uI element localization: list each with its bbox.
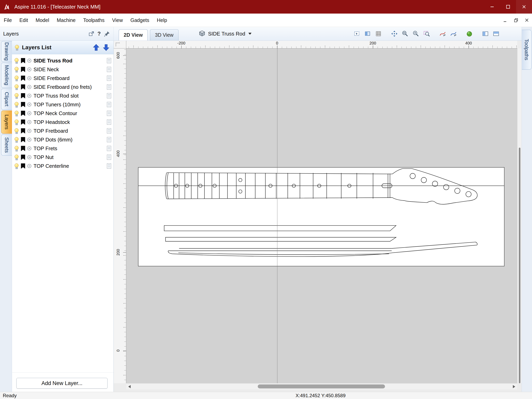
visibility-bulb-icon[interactable] (14, 119, 19, 125)
layer-color-swatch[interactable] (21, 155, 25, 160)
menu-help[interactable]: Help (153, 13, 171, 27)
layer-color-swatch[interactable] (21, 67, 25, 72)
snap-guides-icon[interactable] (449, 29, 458, 38)
scroll-right-icon[interactable] (513, 385, 515, 388)
horizontal-scrollbar[interactable] (126, 383, 517, 389)
vertical-scrollbar[interactable] (517, 49, 522, 383)
layer-row[interactable]: TOP Truss Rod slot (12, 91, 114, 100)
move-layer-down-icon[interactable] (103, 44, 109, 51)
layer-name[interactable]: TOP Tuners (10mm) (33, 101, 105, 108)
layer-menu-icon[interactable] (107, 93, 111, 98)
maximize-button[interactable] (500, 0, 516, 13)
menu-model[interactable]: Model (32, 13, 53, 27)
layer-color-swatch[interactable] (21, 93, 25, 99)
tab-3d-view[interactable]: 3D View (150, 29, 178, 40)
layer-color-swatch[interactable] (21, 76, 25, 81)
add-new-layer-button[interactable]: Add New Layer... (16, 378, 108, 389)
layer-color-swatch[interactable] (21, 111, 25, 116)
tab-sheets[interactable]: Sheets (1, 134, 12, 156)
layer-color-swatch[interactable] (21, 128, 25, 134)
layer-name[interactable]: TOP Fretboard (33, 128, 105, 134)
zoom-in-icon[interactable] (411, 29, 421, 38)
layer-color-swatch[interactable] (21, 84, 25, 90)
layer-menu-icon[interactable] (107, 111, 111, 116)
layer-menu-icon[interactable] (107, 76, 111, 81)
layer-menu-icon[interactable] (107, 84, 111, 89)
layer-active-icon[interactable] (27, 94, 31, 98)
zoom-selected-icon[interactable] (422, 29, 431, 38)
layer-name[interactable]: TOP Nut (33, 154, 105, 160)
layer-menu-icon[interactable] (107, 146, 111, 151)
visibility-bulb-icon[interactable] (14, 58, 19, 64)
visibility-bulb-icon[interactable] (14, 146, 19, 152)
visibility-bulb-icon[interactable] (14, 75, 19, 81)
layer-name[interactable]: TOP Headstock (33, 119, 105, 125)
menu-toolpaths[interactable]: Toolpaths (79, 13, 108, 27)
snap-geometry-icon[interactable] (438, 29, 447, 38)
fit-material-icon[interactable] (363, 29, 372, 38)
zoom-window-icon[interactable] (400, 29, 410, 38)
move-layer-up-icon[interactable] (93, 44, 100, 51)
layer-menu-icon[interactable] (107, 67, 111, 72)
close-button[interactable] (516, 0, 532, 13)
layer-menu-icon[interactable] (107, 163, 111, 169)
layer-active-icon[interactable] (27, 138, 31, 142)
layer-color-swatch[interactable] (21, 102, 25, 107)
mdi-close-icon[interactable] (524, 18, 529, 23)
layer-color-swatch[interactable] (21, 58, 25, 63)
minimize-button[interactable] (484, 0, 500, 13)
visibility-bulb-icon[interactable] (14, 128, 19, 134)
layer-row[interactable]: TOP Nut (12, 153, 114, 162)
layer-row[interactable]: TOP Dots (6mm) (12, 135, 114, 144)
tab-2d-view[interactable]: 2D View (119, 29, 148, 40)
mdi-minimize-icon[interactable] (503, 18, 508, 23)
layer-active-icon[interactable] (27, 85, 31, 89)
popout-panel-icon[interactable] (88, 31, 95, 37)
visibility-bulb-icon[interactable] (14, 163, 19, 169)
layer-row[interactable]: TOP Headstock (12, 118, 114, 127)
layer-name[interactable]: TOP Frets (33, 146, 105, 152)
layer-row[interactable]: TOP Centerline (12, 162, 114, 170)
scroll-left-icon[interactable] (128, 385, 131, 388)
menu-edit[interactable]: Edit (16, 13, 32, 27)
tab-toolpaths[interactable]: Toolpaths (522, 30, 532, 70)
layer-menu-icon[interactable] (107, 58, 111, 63)
grid-icon[interactable] (374, 29, 383, 38)
layer-active-icon[interactable] (27, 102, 31, 107)
layer-menu-icon[interactable] (107, 120, 111, 125)
active-layer-dropdown[interactable]: SIDE Truss Rod (196, 29, 254, 38)
layer-row[interactable]: TOP Neck Contour (12, 109, 114, 118)
menu-view[interactable]: View (108, 13, 127, 27)
layer-active-icon[interactable] (27, 129, 31, 133)
layer-active-icon[interactable] (27, 111, 31, 115)
layer-active-icon[interactable] (27, 59, 31, 63)
material-settings-icon[interactable] (465, 29, 474, 38)
visibility-bulb-icon[interactable] (14, 154, 19, 160)
layer-color-swatch[interactable] (21, 146, 25, 151)
layer-color-swatch[interactable] (21, 163, 25, 169)
menu-machine[interactable]: Machine (53, 13, 79, 27)
visibility-bulb-icon[interactable] (14, 110, 19, 116)
layer-name[interactable]: TOP Dots (6mm) (33, 137, 105, 143)
layer-menu-icon[interactable] (107, 102, 111, 107)
vertical-scroll-thumb[interactable] (519, 148, 520, 383)
layer-row[interactable]: TOP Tuners (10mm) (12, 100, 114, 109)
layer-menu-icon[interactable] (107, 137, 111, 142)
menu-file[interactable]: File (0, 13, 16, 27)
layer-name[interactable]: TOP Neck Contour (33, 110, 105, 116)
layer-name[interactable]: SIDE Truss Rod (33, 58, 105, 64)
layer-row[interactable]: TOP Fretboard (12, 127, 114, 135)
tab-drawing[interactable]: Drawing (1, 41, 12, 62)
layer-row[interactable]: SIDE Fretboard (12, 74, 114, 82)
layer-active-icon[interactable] (27, 155, 31, 159)
tab-layers[interactable]: Layers (1, 111, 12, 134)
layer-row[interactable]: SIDE Fretboard (no frets) (12, 82, 114, 91)
help-icon[interactable]: ? (98, 31, 101, 37)
layer-row[interactable]: TOP Frets (12, 144, 114, 153)
layer-color-swatch[interactable] (21, 137, 25, 142)
layer-active-icon[interactable] (27, 164, 31, 168)
layer-color-swatch[interactable] (21, 120, 25, 125)
menu-gadgets[interactable]: Gadgets (127, 13, 153, 27)
visibility-bulb-icon[interactable] (14, 137, 19, 143)
layer-row[interactable]: SIDE Truss Rod (12, 56, 114, 65)
